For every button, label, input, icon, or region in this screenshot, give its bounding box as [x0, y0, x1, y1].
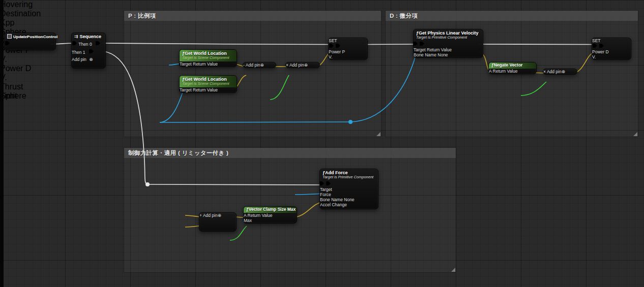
add-pin-icon[interactable]: ⊕: [304, 62, 308, 68]
node-title: Vector Clamp Size Max: [249, 207, 296, 212]
operator-label: +: [199, 213, 202, 218]
pin-label: Target: [414, 47, 426, 52]
event-icon: [7, 34, 12, 39]
pin-label: Bone Name: [414, 52, 436, 57]
exec-in-pin[interactable]: [72, 41, 77, 46]
wire-sphere-to-gwl2: [160, 91, 183, 122]
vector-type-badge: V.: [329, 54, 367, 59]
node-title: Sequence: [80, 34, 102, 39]
node-subtract[interactable]: - Add pin⊕: [243, 62, 276, 68]
reroute-node-sphere[interactable]: [348, 120, 353, 124]
exec-out-pin[interactable]: [599, 43, 604, 48]
node-vector-clamp-size-max[interactable]: ƒVector Clamp Size Max A Return Value Ma…: [243, 206, 297, 224]
pin-label: Force: [320, 192, 331, 197]
exec-out-pin[interactable]: [419, 41, 425, 46]
bone-name-input[interactable]: None: [344, 197, 354, 202]
node-header: ƒAdd Force Target is Primitive Component: [320, 169, 378, 181]
node-set-power-d[interactable]: SET Power D V.: [592, 38, 631, 60]
exec-out-pin[interactable]: [5, 41, 10, 46]
node-get-physics-linear-velocity[interactable]: ƒGet Physics Linear Velocity Target is P…: [413, 29, 483, 58]
node-sequence[interactable]: ⇉Sequence Then 0 Then 1 Add pin ⊕: [71, 33, 106, 69]
blueprint-graph[interactable]: P : 比例項 D : 微分項 制御力計算・適用 ( リミッター付き ): [0, 0, 644, 287]
panel-edge: [0, 0, 4, 287]
wire-exec-then1-to-add-force: [103, 51, 323, 185]
pin-label: Target: [180, 87, 192, 92]
operator-label: -: [243, 62, 245, 68]
node-header: ƒGet Physics Linear Velocity Target is P…: [414, 29, 483, 41]
pin-label: A: [244, 213, 246, 218]
reroute-node-exec[interactable]: [145, 182, 150, 186]
pin-label: Power D: [592, 49, 609, 54]
pin-label-then1: Then 1: [72, 50, 85, 55]
exec-in-pin[interactable]: [319, 181, 325, 186]
exec-in-pin[interactable]: [413, 41, 418, 46]
node-subtitle: Target is Scene Component: [182, 82, 234, 86]
node-add-force[interactable]: ƒAdd Force Target is Primitive Component…: [319, 169, 378, 209]
pin-label: Target: [180, 61, 192, 67]
pin-label: Return Value: [248, 213, 273, 218]
node-subtitle: Target is Primitive Component: [323, 175, 375, 180]
wire-exec-gplv-to-set-power-d: [478, 44, 594, 45]
exec-in-pin[interactable]: [592, 43, 598, 48]
vector-type-badge: V.: [592, 54, 631, 59]
pin-label: Target: [320, 187, 332, 192]
add-pin-icon[interactable]: ⊕: [562, 69, 565, 74]
node-title: Negate Vector: [494, 62, 523, 68]
pin-label: Bone Name: [320, 197, 343, 202]
pin-label: Max: [244, 218, 252, 223]
pin-label: Power P: [329, 49, 345, 54]
node-header: ⇉Sequence: [72, 33, 105, 41]
node-multiply-d[interactable]: × Add pin⊕: [543, 69, 577, 75]
node-header: ƒGet World Location Target is Scene Comp…: [180, 50, 237, 61]
pin-label: A: [489, 69, 491, 74]
add-pin-label[interactable]: Add pin: [246, 62, 260, 68]
wire-exec-then0-to-set-power-p: [103, 43, 331, 45]
node-add[interactable]: + Add pin⊕: [199, 212, 237, 232]
wire-sphere-to-reroute: [160, 122, 350, 122]
node-set-power-p[interactable]: SET Power P V.: [328, 38, 368, 60]
node-header: ƒGet World Location Target is Scene Comp…: [180, 76, 237, 87]
bone-name-input[interactable]: None: [437, 52, 448, 57]
add-pin-icon[interactable]: ⊕: [89, 57, 93, 62]
exec-in-pin[interactable]: [329, 43, 334, 48]
pin-label: Return Value: [193, 87, 218, 92]
add-pin-label[interactable]: Add pin: [289, 62, 304, 68]
exec-out-pin[interactable]: [335, 43, 341, 48]
pin-label: Return Value: [427, 47, 452, 52]
node-title: SET: [329, 38, 337, 43]
node-header: SET: [592, 38, 631, 43]
node-get-world-location-2[interactable]: ƒGet World Location Target is Scene Comp…: [179, 75, 237, 93]
node-negate-vector[interactable]: ƒNegate Vector A Return Value: [488, 62, 537, 74]
node-title: SET: [592, 38, 601, 43]
wire-kpp-to-multiply: [270, 75, 289, 100]
wire-exec-set-power-p-to-gplv: [363, 44, 416, 45]
pin-label: Return Value: [193, 61, 218, 67]
node-header: UpdatePositionControl: [5, 33, 55, 41]
pin-label: Accel Change: [320, 202, 347, 207]
add-pin-label[interactable]: Add pin: [72, 57, 86, 62]
wire-kpd-to-multiply-d: [521, 82, 546, 95]
wire-reroute-to-gplv-target: [350, 54, 416, 122]
node-subtitle: Target is Primitive Component: [416, 36, 480, 40]
node-multiply-p[interactable]: × Add pin⊕: [285, 62, 320, 68]
operator-label: ×: [543, 69, 546, 74]
node-get-world-location-1[interactable]: ƒGet World Location Target is Scene Comp…: [179, 49, 237, 67]
pin-label-then0: Then 0: [78, 42, 92, 47]
wire-sphere-to-add-force-target: [295, 194, 323, 195]
pin-label: Return Value: [493, 69, 518, 74]
exec-out-then0-pin[interactable]: [95, 41, 101, 46]
node-title: UpdatePositionControl: [13, 35, 57, 39]
operator-label: ×: [286, 62, 288, 68]
add-pin-icon[interactable]: ⊕: [218, 213, 221, 218]
node-subtitle: Target is Scene Component: [182, 56, 234, 60]
node-header: SET: [329, 38, 367, 43]
node-update-position-control[interactable]: UpdatePositionControl: [4, 33, 56, 50]
exec-out-pin[interactable]: [326, 181, 331, 186]
node-header: ƒNegate Vector: [489, 62, 536, 69]
add-pin-icon[interactable]: ⊕: [260, 62, 264, 68]
node-header: ƒVector Clamp Size Max: [244, 207, 297, 213]
exec-out-then1-pin[interactable]: [89, 49, 94, 54]
add-pin-label[interactable]: Add pin: [547, 69, 562, 74]
add-pin-label[interactable]: Add pin: [203, 213, 218, 218]
sequence-icon: ⇉: [74, 34, 78, 39]
